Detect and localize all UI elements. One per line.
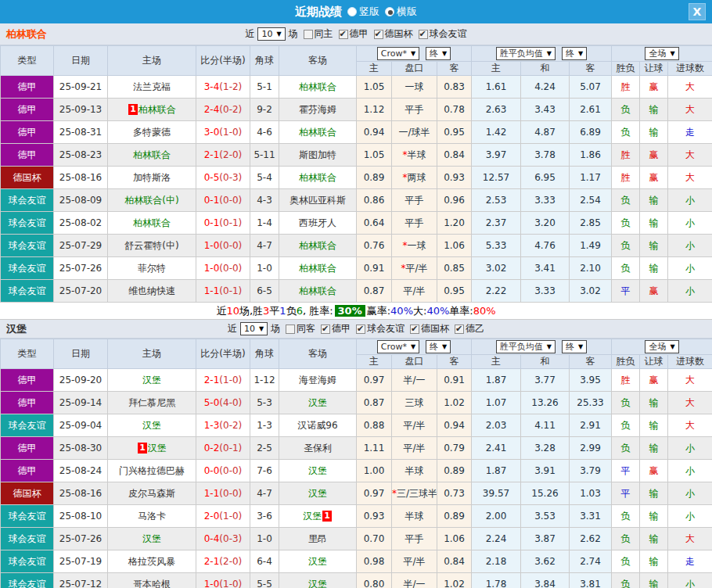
match-count-select[interactable]: 10▼ (240, 322, 268, 335)
odds-time-select-value: 终 (430, 48, 438, 59)
cell-away-team: 汉堡 (279, 482, 357, 505)
column-header: 胜负 (612, 62, 640, 76)
cell-euro-away-odds: 3.31 (570, 505, 612, 528)
league-checkbox[interactable] (410, 324, 419, 334)
halftime-score: (0-1) (219, 217, 242, 228)
handicap-text: 一球 (408, 240, 426, 251)
bookmaker-select[interactable]: Crow*▼ (377, 47, 419, 60)
summary-part: 40% (390, 305, 413, 317)
cell-handicap-line: 一/球半 (392, 121, 437, 144)
handicap-text: 半球 (405, 511, 424, 522)
league-checkbox[interactable] (419, 30, 428, 39)
cell-date: 25-07-29 (54, 235, 108, 257)
cell-handicap-result: 输 (640, 550, 668, 573)
summary-part: 6 (297, 305, 303, 317)
fulltime-score: 1-3 (204, 420, 220, 431)
league-checkbox[interactable] (374, 30, 383, 39)
cell-home-team: 菲尔特 (108, 257, 196, 280)
same-venue-checkbox[interactable] (286, 324, 295, 334)
league-checkbox[interactable] (339, 30, 348, 39)
cell-handicap-line: 半球 (392, 505, 437, 528)
cell-handicap-away-odds: 0.85 (437, 257, 472, 280)
league-checkbox[interactable] (321, 324, 330, 334)
handicap-text: 平/半 (405, 263, 427, 274)
fulltime-score: 0-1 (204, 217, 220, 228)
layout-radio-vertical[interactable]: 竖版 (347, 5, 379, 19)
cell-away-team: 斯图加特 (279, 144, 357, 167)
period-select[interactable]: 全场▼ (645, 47, 678, 60)
league-label: 德国杯 (385, 27, 413, 41)
cell-handicap-away-odds: 1.06 (437, 528, 472, 550)
cell-date: 25-07-26 (54, 257, 108, 280)
team-label: 柏林联合 (138, 104, 176, 115)
cell-euro-draw-odds: 4.76 (521, 235, 570, 257)
cell-corners: 9-2 (250, 99, 279, 121)
cell-euro-home-odds: 1.78 (472, 573, 521, 588)
cell-corners: 5-1 (250, 76, 279, 99)
euro-time-select[interactable]: 终▼ (562, 340, 587, 353)
cell-result: 胜 (612, 76, 640, 99)
table-row: 球会友谊25-07-29舒云霍特(中)1-0(0-0)4-7柏林联合0.76*一… (1, 235, 712, 257)
match-count-select[interactable]: 10▼ (257, 27, 285, 41)
team-label: 菲尔特 (138, 263, 166, 274)
cell-handicap-line: 平/半 (392, 437, 437, 460)
column-header: 让球 (640, 355, 668, 369)
radio-horizontal-icon[interactable] (385, 7, 394, 16)
chevron-down-icon: ▼ (547, 50, 552, 57)
cell-euro-home-odds: 1.42 (472, 121, 521, 144)
cell-goals-result: 大 (668, 99, 712, 121)
handicap-text: 平手 (405, 195, 424, 206)
cell-euro-draw-odds: 4.24 (521, 76, 570, 99)
handicap-text: 半球 (408, 149, 426, 160)
cell-away-team: 奥林匹亚科斯 (279, 189, 357, 212)
league-checkbox[interactable] (356, 324, 365, 334)
halftime-score: (0-0) (219, 195, 242, 206)
cell-home-team: 格拉茨风暴 (108, 550, 196, 573)
cell-euro-home-odds: 2.37 (472, 212, 521, 235)
cell-match-type: 球会友谊 (1, 528, 54, 550)
cell-date: 25-08-16 (54, 482, 108, 505)
cell-away-team: 柏林联合 (279, 235, 357, 257)
cell-euro-draw-odds: 3.62 (521, 550, 570, 573)
cell-euro-home-odds: 2.63 (472, 99, 521, 121)
cell-home-team: 皮尔马森斯 (108, 482, 196, 505)
team-label: 奥林匹亚科斯 (289, 195, 346, 206)
cell-result: 负 (612, 121, 640, 144)
cell-handicap-line: 平手 (392, 212, 437, 235)
period-select[interactable]: 全场▼ (645, 340, 678, 353)
cell-result: 负 (612, 212, 640, 235)
odds-time-select[interactable]: 终▼ (426, 340, 451, 353)
cell-score: 0-4(0-3) (196, 528, 250, 550)
euro-odds-select[interactable]: 胜平负均值▼ (496, 340, 556, 353)
layout-radio-horizontal[interactable]: 横版 (385, 5, 417, 19)
team-label: 汉堡 (303, 511, 322, 522)
cell-result: 胜 (612, 144, 640, 167)
cell-match-type: 球会友谊 (1, 235, 54, 257)
team-label: 汉堡 (142, 375, 161, 385)
cell-match-type: 球会友谊 (1, 414, 54, 437)
cell-handicap-result: 赢 (640, 369, 668, 392)
radio-vertical-icon[interactable] (347, 7, 357, 16)
summary-part: 30% (335, 305, 365, 317)
cell-handicap-home-odds: 1.11 (357, 437, 392, 460)
bookmaker-select[interactable]: Crow*▼ (377, 340, 419, 353)
same-venue-checkbox[interactable] (304, 30, 313, 39)
handicap-text: 半球 (405, 465, 424, 476)
euro-odds-select[interactable]: 胜平负均值▼ (496, 47, 556, 60)
cell-goals-result: 大 (668, 369, 712, 392)
league-checkbox[interactable] (455, 324, 464, 334)
close-icon[interactable]: X (689, 3, 706, 20)
column-header: 客 (437, 62, 472, 76)
cell-handicap-home-odds: 1.12 (357, 99, 392, 121)
cell-handicap-result: 输 (640, 505, 668, 528)
cell-euro-away-odds: 2.62 (570, 528, 612, 550)
odds-time-select[interactable]: 终▼ (426, 47, 451, 60)
summary-part: 单率: (449, 304, 473, 318)
cell-euro-away-odds: 3.81 (570, 573, 612, 588)
cell-goals-result: 小 (668, 257, 712, 280)
team-label: 马洛卡 (138, 511, 166, 522)
euro-time-select[interactable]: 终▼ (562, 47, 587, 60)
handicap-text: 一球 (405, 81, 424, 92)
fulltime-score: 3-0 (204, 127, 220, 138)
table-row: 德甲25-08-301汉堡0-2(0-1)2-5圣保利1.11平/半0.792.… (1, 437, 712, 460)
